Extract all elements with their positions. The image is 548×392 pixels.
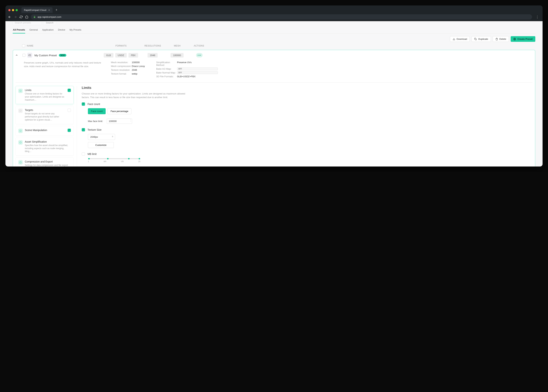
tab-application[interactable]: Application [42, 28, 54, 34]
step-limits-desc: Choose one or more limiting factors for … [25, 92, 65, 101]
preset-category-tabs: All Presets General Application Device M… [13, 28, 535, 34]
face-count-row: Face count [82, 102, 531, 106]
preset-name: My Custom Preset [34, 54, 57, 57]
lock-icon [33, 16, 36, 18]
preset-icon [27, 53, 32, 58]
customize-button[interactable]: Customize [88, 142, 114, 148]
step-scene-title: Scene Manipulation [25, 129, 65, 132]
collapse-chevron-icon[interactable] [15, 54, 22, 57]
row-checkbox[interactable] [22, 54, 25, 57]
col-name: NAME [27, 44, 103, 47]
step-targets-icon [18, 109, 23, 113]
panel-description: Choose one or more limiting factors for … [82, 92, 190, 99]
tex-fmt-label: Texture format: [111, 72, 132, 75]
step-scene[interactable]: Scene Manipulation [15, 126, 73, 136]
svg-rect-1 [475, 39, 476, 40]
texture-size-label: Texture Size [87, 128, 101, 131]
preset-row-header: My Custom Preset NEW GLB USDZ FBX 2048 1… [13, 50, 535, 60]
tab-general[interactable]: General [29, 28, 38, 34]
tex-res-value: 2048 [132, 69, 154, 71]
reload-icon[interactable] [20, 15, 23, 18]
tab-all-presets[interactable]: All Presets [13, 28, 25, 34]
fileformats-value: GLB+USDZ+FBX [177, 75, 218, 78]
step-scene-check[interactable] [68, 129, 71, 132]
step-limits[interactable]: Limits Choose one or more limiting facto… [15, 86, 73, 104]
max-face-input[interactable] [107, 119, 132, 124]
mesh-comp-value: Draco Lossy [132, 65, 154, 68]
normal-value: OFF [177, 71, 218, 74]
ao-label: Bake AO Map: [156, 68, 177, 70]
face-count-tab[interactable]: Face count [88, 108, 106, 114]
face-count-label: Face count [87, 103, 100, 105]
tex-fmt-value: webp [132, 72, 154, 75]
step-compression-icon [18, 160, 23, 165]
preset-details: Preserves scene graph, UVs, normals and … [13, 60, 535, 83]
url-text: app.rapidcompact.com [37, 15, 61, 18]
create-preset-button[interactable]: Create Preset [511, 36, 535, 42]
search-input[interactable] [13, 22, 42, 25]
delete-button[interactable]: Delete [493, 36, 509, 42]
step-targets[interactable]: Targets Smart targets do not serve any p… [15, 106, 73, 124]
tab-device[interactable]: Device [58, 28, 65, 34]
search-row: Search [13, 22, 535, 25]
mb-limit-slider[interactable]: 1 AR VR 25 [88, 158, 140, 162]
col-mesh: MESH [166, 44, 188, 47]
back-icon[interactable] [8, 15, 11, 19]
mb-limit-row: MB limit [82, 152, 531, 156]
format-fbx: FBX [129, 53, 138, 57]
col-formats: FORMATS [103, 44, 139, 47]
resolution-value: 2048 [147, 53, 158, 57]
mb-tick-25: 25 [138, 160, 140, 162]
preset-actions-row: Download Duplicate Delete Create Preset [13, 36, 535, 42]
browser-menu-icon[interactable]: ⋮ [534, 15, 540, 19]
stepper-icon[interactable]: ˄˅ [130, 119, 132, 123]
row-overflow-menu[interactable] [196, 53, 202, 57]
normal-label: Bake Normal Map: [156, 71, 177, 74]
texture-size-select[interactable]: 2048px [88, 134, 115, 140]
forward-icon[interactable] [14, 15, 17, 19]
browser-tab[interactable]: RapidCompact Cloud ✕ [21, 7, 53, 13]
step-targets-check[interactable] [68, 109, 71, 112]
tab-my-presets[interactable]: My Presets [69, 28, 82, 34]
tex-res-label: Texture resolution: [111, 69, 132, 71]
format-usdz: USDZ [115, 53, 127, 57]
step-asset[interactable]: Asset Simplification Specifies how the a… [15, 138, 73, 156]
step-list: Limits Choose one or more limiting facto… [15, 86, 73, 167]
texture-size-checkbox[interactable] [82, 128, 85, 131]
col-resolutions: RESOLUTIONS [139, 44, 166, 47]
page-viewport: Search All Presets General Application D… [5, 21, 543, 167]
step-targets-desc: Smart targets do not serve any performan… [25, 112, 65, 121]
search-button[interactable]: Search [43, 22, 56, 25]
face-percentage-tab[interactable]: Face percentage [108, 108, 131, 114]
window-maximize-button[interactable] [15, 9, 18, 11]
step-limits-title: Limits [25, 89, 65, 91]
mb-limit-checkbox[interactable] [82, 152, 85, 156]
step-limits-check[interactable] [68, 89, 71, 92]
new-tab-button[interactable]: + [54, 7, 59, 13]
panel-title: Limits [82, 86, 531, 90]
address-bar[interactable]: app.rapidcompact.com [31, 14, 532, 20]
mb-tick-vr: VR [121, 160, 124, 162]
window-minimize-button[interactable] [12, 9, 14, 11]
step-limits-icon [18, 89, 23, 93]
select-all-checkbox[interactable] [22, 44, 25, 47]
limits-panel: Limits Choose one or more limiting facto… [80, 86, 533, 167]
close-tab-icon[interactable]: ✕ [48, 9, 50, 11]
face-count-controls: Face count Face percentage Max face limi… [88, 108, 531, 124]
step-compression[interactable]: Compression and Export Settings for data… [15, 157, 73, 167]
step-asset-title: Asset Simplification [25, 140, 71, 143]
preset-description: Preserves scene graph, UVs, normals and … [24, 61, 109, 79]
max-face-label: Max face limit: [88, 120, 104, 123]
format-glb: GLB [104, 53, 114, 57]
home-icon[interactable] [25, 15, 28, 18]
window-close-button[interactable] [8, 9, 11, 11]
browser-tab-title: RapidCompact Cloud [24, 9, 46, 11]
delete-label: Delete [499, 38, 506, 40]
mesh-res-value: 100000 [132, 61, 154, 64]
download-button[interactable]: Download [450, 36, 470, 42]
browser-nav-bar: app.rapidcompact.com ⋮ [5, 13, 543, 21]
ao-value: OFF [177, 68, 218, 70]
duplicate-label: Duplicate [478, 38, 488, 40]
face-count-checkbox[interactable] [82, 102, 85, 106]
duplicate-button[interactable]: Duplicate [472, 36, 491, 42]
